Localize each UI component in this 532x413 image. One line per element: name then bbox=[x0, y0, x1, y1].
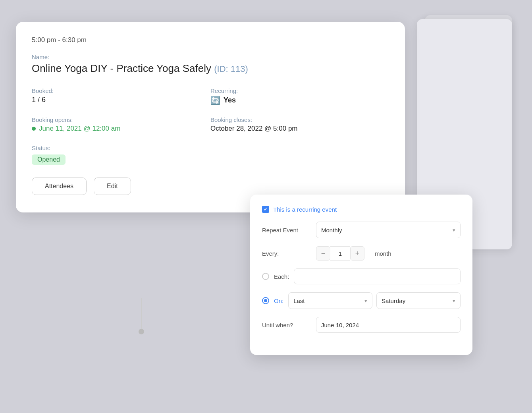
booking-closes-group: Booking closes: October 28, 2022 @ 5:00 … bbox=[210, 116, 389, 133]
recurring-yes: Yes bbox=[224, 96, 236, 104]
booking-opens-value: June 11, 2021 @ 12:00 am bbox=[32, 125, 210, 133]
on-second-chevron-icon: ▾ bbox=[453, 298, 455, 304]
recurring-value: 🔄 Yes bbox=[210, 96, 389, 105]
booking-opens-label: Booking opens: bbox=[32, 116, 210, 123]
each-label: Each: bbox=[274, 273, 289, 280]
recurring-checkbox[interactable] bbox=[262, 206, 269, 213]
booking-opens-group: Booking opens: June 11, 2021 @ 12:00 am bbox=[32, 116, 210, 133]
attendees-button[interactable]: Attendees bbox=[32, 178, 87, 195]
connector-dot bbox=[139, 329, 144, 334]
connector-line bbox=[141, 298, 142, 330]
recurring-settings-card: This is a recurring event Repeat Event M… bbox=[250, 195, 472, 355]
edit-button[interactable]: Edit bbox=[94, 178, 131, 195]
event-name: Online Yoga DIY - Practice Yoga Safely (… bbox=[32, 62, 389, 75]
repeat-event-select[interactable]: Monthly ▾ bbox=[316, 222, 461, 238]
event-id: (ID: 113) bbox=[214, 64, 248, 74]
recurring-label: Recurring: bbox=[210, 87, 389, 94]
recurring-icon: 🔄 bbox=[210, 96, 220, 105]
every-label: Every: bbox=[262, 250, 310, 257]
status-label: Status: bbox=[32, 145, 389, 151]
repeat-event-value: Monthly bbox=[321, 227, 342, 234]
booked-group: Booked: 1 / 6 bbox=[32, 87, 210, 105]
repeat-event-label: Repeat Event bbox=[262, 227, 310, 234]
on-label: On: bbox=[274, 297, 283, 304]
each-input[interactable] bbox=[294, 268, 461, 284]
increment-button[interactable]: + bbox=[350, 246, 364, 261]
recurring-checkbox-row[interactable]: This is a recurring event bbox=[262, 206, 461, 213]
booked-label: Booked: bbox=[32, 87, 210, 94]
status-badge: Opened bbox=[32, 154, 66, 165]
on-second-select[interactable]: Saturday ▾ bbox=[376, 292, 461, 309]
every-value: 1 bbox=[330, 246, 350, 261]
recurring-checkbox-label: This is a recurring event bbox=[273, 206, 337, 213]
repeat-event-row: Repeat Event Monthly ▾ bbox=[262, 222, 461, 238]
until-input[interactable] bbox=[316, 317, 461, 333]
decrement-button[interactable]: − bbox=[316, 246, 330, 261]
booking-closes-value: October 28, 2022 @ 5:00 pm bbox=[210, 125, 389, 133]
until-row: Until when? bbox=[262, 317, 461, 333]
booking-closes-label: Booking closes: bbox=[210, 116, 389, 123]
each-row: Each: bbox=[262, 268, 461, 284]
on-radio[interactable] bbox=[262, 297, 269, 304]
on-first-value: Last bbox=[293, 297, 305, 304]
on-second-value: Saturday bbox=[382, 297, 405, 304]
status-section: Status: Opened bbox=[32, 145, 389, 165]
until-label: Until when? bbox=[262, 322, 310, 328]
repeat-event-chevron-icon: ▾ bbox=[453, 227, 455, 233]
booked-value: 1 / 6 bbox=[32, 96, 210, 104]
recurring-group: Recurring: 🔄 Yes bbox=[210, 87, 389, 105]
every-unit: month bbox=[375, 250, 391, 257]
main-event-card: 5:00 pm - 6:30 pm Name: Online Yoga DIY … bbox=[16, 22, 405, 212]
action-buttons: Attendees Edit bbox=[32, 178, 389, 195]
time-range: 5:00 pm - 6:30 pm bbox=[32, 36, 389, 44]
each-radio[interactable] bbox=[262, 273, 269, 280]
on-first-select[interactable]: Last ▾ bbox=[288, 292, 372, 309]
every-row: Every: − 1 + month bbox=[262, 246, 461, 261]
on-first-chevron-icon: ▾ bbox=[364, 298, 367, 304]
on-row: On: Last ▾ Saturday ▾ bbox=[262, 292, 461, 309]
on-selects: Last ▾ Saturday ▾ bbox=[288, 292, 461, 309]
open-dot bbox=[32, 127, 36, 131]
name-label: Name: bbox=[32, 54, 389, 60]
every-stepper: − 1 + bbox=[316, 246, 364, 261]
